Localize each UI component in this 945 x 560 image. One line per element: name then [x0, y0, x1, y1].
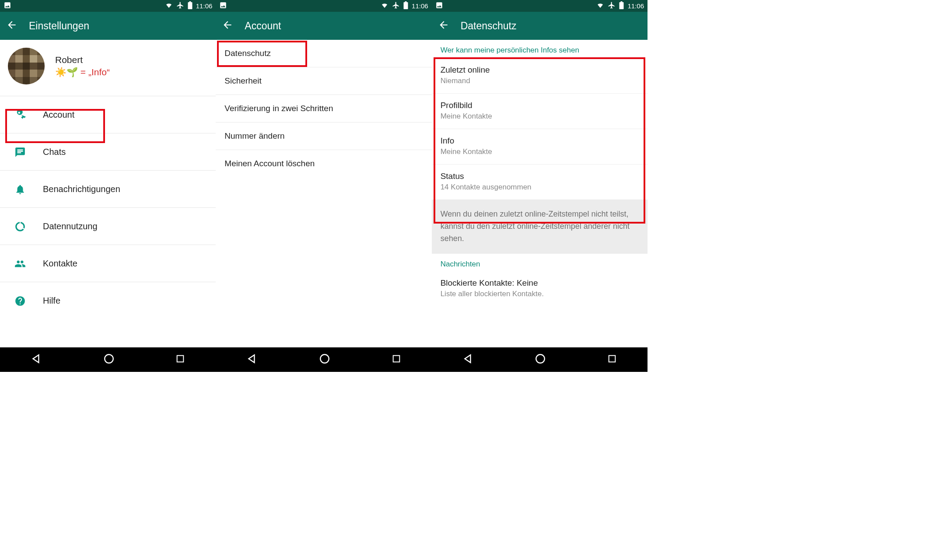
- wifi-icon: [381, 1, 388, 10]
- page-title: Einstellungen: [29, 20, 89, 32]
- airplane-icon: [608, 1, 616, 10]
- privacy-title: Zuletzt online: [441, 65, 639, 75]
- list-item-change-number[interactable]: Nummer ändern: [216, 122, 431, 150]
- image-icon: [4, 1, 11, 10]
- section-header-messages: Nachrichten: [432, 254, 648, 272]
- menu-label: Hilfe: [43, 296, 60, 306]
- list-label: Datenschutz: [224, 49, 271, 58]
- privacy-title: Status: [441, 172, 639, 181]
- image-icon: [435, 1, 443, 10]
- privacy-item-profile-photo[interactable]: Profilbild Meine Kontakte: [432, 94, 648, 129]
- status-bar: 11:06: [432, 0, 648, 12]
- info-text: Wenn du deinen zuletzt online-Zeitstempe…: [432, 200, 648, 254]
- nav-back-icon[interactable]: [246, 353, 258, 366]
- blocked-contacts-item[interactable]: Blockierte Kontakte: Keine Liste aller b…: [432, 272, 648, 306]
- privacy-value: Meine Kontakte: [441, 147, 639, 156]
- list-item-2fa[interactable]: Verifizierung in zwei Schritten: [216, 95, 431, 122]
- app-bar: Einstellungen: [0, 12, 216, 40]
- page-title: Datenschutz: [461, 20, 517, 32]
- list-label: Nummer ändern: [224, 131, 284, 140]
- phone-screen-privacy: 11:06 Datenschutz Wer kann meine persönl…: [432, 0, 648, 372]
- privacy-title: Profilbild: [441, 101, 639, 110]
- menu-label: Chats: [43, 147, 66, 157]
- privacy-item-info[interactable]: Info Meine Kontakte: [432, 129, 648, 164]
- list-label: Verifizierung in zwei Schritten: [224, 104, 333, 113]
- menu-label: Kontakte: [43, 259, 77, 269]
- nav-home-icon[interactable]: [103, 353, 115, 366]
- profile-row[interactable]: Robert ☀️🌱 = „Info“: [0, 40, 216, 96]
- nav-bar: [0, 347, 216, 372]
- battery-icon: [619, 1, 624, 10]
- privacy-value: Niemand: [441, 77, 639, 85]
- list-label: Meinen Account löschen: [224, 159, 315, 168]
- status-bar: 11:06: [0, 0, 216, 12]
- page-title: Account: [245, 20, 281, 32]
- chat-icon: [14, 146, 26, 158]
- help-icon: [14, 295, 26, 307]
- menu-item-data-usage[interactable]: Datennutzung: [0, 208, 216, 245]
- image-icon: [219, 1, 227, 10]
- status-bar: 11:06: [216, 0, 431, 12]
- svg-point-4: [536, 354, 545, 363]
- blocked-title: Blockierte Kontakte: Keine: [441, 278, 639, 288]
- back-button[interactable]: [6, 19, 18, 32]
- privacy-value: Meine Kontakte: [441, 112, 639, 121]
- phone-screen-settings: 11:06 Einstellungen Robert ☀️🌱 = „Info“ …: [0, 0, 216, 372]
- nav-home-icon[interactable]: [535, 353, 546, 366]
- menu-item-help[interactable]: Hilfe: [0, 282, 216, 319]
- nav-recent-icon[interactable]: [175, 354, 185, 365]
- content-area: Wer kann meine persönlichen Infos sehen …: [432, 40, 648, 347]
- list-label: Sicherheit: [224, 76, 262, 85]
- blocked-subtitle: Liste aller blockierten Kontakte.: [441, 290, 639, 298]
- content-area: Datenschutz Sicherheit Verifizierung in …: [216, 40, 431, 347]
- nav-bar: [432, 347, 648, 372]
- nav-back-icon[interactable]: [31, 353, 42, 366]
- nav-recent-icon[interactable]: [607, 354, 617, 365]
- nav-recent-icon[interactable]: [392, 354, 401, 365]
- privacy-value: 14 Kontakte ausgenommen: [441, 183, 639, 192]
- back-button[interactable]: [438, 19, 449, 32]
- list-item-datenschutz[interactable]: Datenschutz: [216, 40, 431, 67]
- key-icon: [14, 109, 26, 121]
- airplane-icon: [176, 1, 184, 10]
- svg-rect-5: [609, 356, 616, 362]
- menu-label: Benachrichtigungen: [43, 184, 120, 194]
- phone-screen-account: 11:06 Account Datenschutz Sicherheit Ver…: [216, 0, 431, 372]
- avatar: [8, 48, 45, 84]
- app-bar: Datenschutz: [432, 12, 648, 40]
- menu-item-contacts[interactable]: Kontakte: [0, 245, 216, 282]
- clock-time: 11:06: [627, 2, 644, 10]
- nav-back-icon[interactable]: [462, 353, 474, 366]
- privacy-item-last-seen[interactable]: Zuletzt online Niemand: [432, 58, 648, 94]
- airplane-icon: [392, 1, 400, 10]
- section-header-personal-info: Wer kann meine persönlichen Infos sehen: [432, 40, 648, 58]
- clock-time: 11:06: [412, 2, 428, 10]
- contacts-icon: [14, 258, 26, 270]
- back-button[interactable]: [222, 19, 233, 32]
- profile-name: Robert: [55, 55, 110, 65]
- menu-item-notifications[interactable]: Benachrichtigungen: [0, 171, 216, 207]
- bell-icon: [14, 183, 26, 196]
- menu-label: Account: [43, 110, 74, 120]
- list-item-sicherheit[interactable]: Sicherheit: [216, 67, 431, 95]
- content-area: Robert ☀️🌱 = „Info“ Account Chats Benach…: [0, 40, 216, 347]
- menu-item-account[interactable]: Account: [0, 96, 216, 133]
- clock-time: 11:06: [196, 2, 213, 10]
- profile-status: ☀️🌱 = „Info“: [55, 67, 110, 77]
- svg-point-0: [105, 354, 113, 363]
- privacy-title: Info: [441, 136, 639, 146]
- nav-home-icon[interactable]: [319, 353, 330, 366]
- nav-bar: [216, 347, 431, 372]
- menu-item-chats[interactable]: Chats: [0, 133, 216, 170]
- wifi-icon: [165, 1, 173, 10]
- privacy-item-status[interactable]: Status 14 Kontakte ausgenommen: [432, 164, 648, 200]
- svg-point-2: [320, 354, 329, 363]
- svg-rect-3: [393, 356, 399, 362]
- list-item-delete-account[interactable]: Meinen Account löschen: [216, 150, 431, 177]
- battery-icon: [188, 1, 192, 10]
- wifi-icon: [596, 1, 604, 10]
- app-bar: Account: [216, 12, 431, 40]
- menu-label: Datennutzung: [43, 221, 98, 231]
- data-usage-icon: [14, 220, 26, 233]
- battery-icon: [403, 1, 408, 10]
